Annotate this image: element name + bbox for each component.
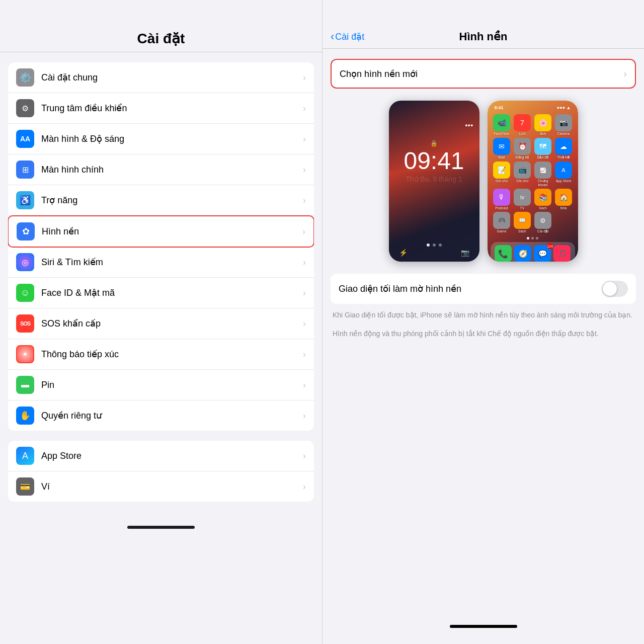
- appletv-icon: tv: [514, 189, 531, 206]
- settings-item-siri[interactable]: ◎ Siri & Tìm kiếm ›: [8, 247, 314, 278]
- item-label-cai-dat-chung: Cài đặt chung: [41, 72, 299, 83]
- control-center-icon: ⚙: [16, 99, 34, 117]
- notes-icon: 📝: [493, 162, 510, 179]
- privacy-icon: ✋: [16, 407, 34, 425]
- settings-item-pin[interactable]: ▬ Pin ›: [8, 370, 314, 400]
- siri-icon: ◎: [16, 253, 34, 271]
- wallpaper-preview-section: ●●● 🔒 09:41 Thứ Ba, 9 tháng 1 ⚡: [331, 101, 636, 262]
- app-cell-books: 📚 Sách: [534, 189, 552, 210]
- settings-item-trung-tam[interactable]: ⚙ Trung tâm điều khiển ›: [8, 93, 314, 124]
- settings-item-quyen-rieng-tu[interactable]: ✋ Quyền riêng tư ›: [8, 400, 314, 431]
- chevron-icon: ›: [302, 226, 305, 237]
- back-label: Cài đặt: [335, 31, 364, 42]
- chevron-icon: ›: [303, 103, 306, 114]
- settings-item-vi[interactable]: 💳 Ví ›: [8, 471, 314, 502]
- toggle-label: Giao diện tối làm mờ hình nền: [339, 283, 602, 294]
- chevron-icon: ›: [303, 257, 306, 268]
- maps-icon: 🗺: [534, 138, 551, 155]
- app-cell-books2: 📖 Sách: [513, 212, 532, 233]
- dark-mode-toggle[interactable]: [602, 281, 628, 297]
- app-cell-facetime: 📹 FaceTime: [493, 114, 511, 136]
- settings-item-hinh-nen[interactable]: ✿ Hình nền ›: [8, 215, 314, 248]
- games-icon: 🎮: [493, 212, 510, 229]
- settings-item-man-hinh-chinh[interactable]: ⊞ Màn hình chính ›: [8, 154, 314, 185]
- settings-group-1: ⚙️ Cài đặt chung › ⚙ Trung tâm điều khiể…: [8, 62, 314, 431]
- app-cell-tv: 📺 Ghi chú: [513, 162, 532, 187]
- app-cell-maps: 🗺 Bản đồ: [534, 138, 552, 159]
- home-icon: 🏠: [555, 189, 572, 206]
- app-cell-calendar: 7 Lịch: [513, 114, 532, 136]
- item-label-app-store: App Store: [41, 451, 299, 461]
- gear-icon: ⚙️: [16, 68, 34, 87]
- chevron-icon: ›: [303, 411, 306, 421]
- wallet-icon: 💳: [16, 477, 34, 496]
- home-time: 9:41: [495, 105, 504, 110]
- lock-screen-lock-icon: 🔒: [430, 140, 438, 147]
- app-cell-weather: ☁ Thời tiết: [554, 138, 573, 159]
- settings-item-tro-nang[interactable]: ♿ Trợ năng ›: [8, 185, 314, 216]
- mail-icon: ✉: [493, 138, 510, 155]
- lock-status-right: ●●●: [465, 123, 473, 128]
- settings-list: ⚙️ Cài đặt chung › ⚙ Trung tâm điều khiể…: [0, 52, 322, 644]
- home-screen-icon: ⊞: [16, 160, 34, 179]
- accessibility-icon: ♿: [16, 191, 34, 209]
- wallpaper-icon: ✿: [17, 222, 35, 240]
- right-content: Chọn hình nền mới › ●●● 🔒 09:41 Thứ Ba, …: [323, 49, 644, 616]
- lock-time: 09:41: [404, 149, 464, 173]
- photos-icon: 🌸: [534, 114, 551, 131]
- app-cell-appletv: tv TV: [513, 189, 532, 210]
- home-indicator-right: [450, 625, 517, 628]
- right-title: Hình nền: [459, 30, 508, 43]
- flashlight-icon: ⚡: [399, 249, 408, 257]
- item-label-man-hinh-chinh: Màn hình chính: [41, 165, 299, 175]
- sos-icon: SOS: [16, 314, 34, 333]
- chevron-icon: ›: [303, 451, 306, 461]
- appstore-icon: A: [555, 162, 572, 179]
- chevron-icon: ›: [303, 481, 306, 492]
- choose-wallpaper-label: Chọn hình nền mới: [340, 68, 418, 79]
- app-cell-camera: 📷 Camera: [554, 114, 573, 136]
- chevron-icon: ›: [623, 68, 627, 79]
- item-label-thong-bao: Thông báo tiếp xúc: [41, 349, 299, 360]
- app-cell-notes: 📝 Ghi chú: [493, 162, 511, 187]
- settings-item-face-id[interactable]: ☺ Face ID & Mật mã ›: [8, 278, 314, 308]
- safari-dock-icon: 🧭: [514, 245, 531, 262]
- dark-mode-toggle-row: Giao diện tối làm mờ hình nền: [331, 274, 636, 304]
- app-cell-clock: ⏰ Đồng hồ: [513, 138, 532, 159]
- dock: 📞 🧭 💬 124 🎵: [491, 242, 575, 262]
- choose-wallpaper-button[interactable]: Chọn hình nền mới ›: [331, 59, 636, 89]
- chevron-icon: ›: [303, 288, 306, 298]
- info-text-2: Hình nền động và thu phóng phối cảnh bị …: [331, 329, 636, 339]
- settings-item-app-store[interactable]: A App Store ›: [8, 441, 314, 471]
- app-cell-stocks: 📈 Chứng khoán: [534, 162, 552, 187]
- app-cell-appstore: A App Store: [554, 162, 573, 187]
- camera-icon: 📷: [555, 114, 572, 131]
- home-screen-preview[interactable]: 9:41 ●●● ▲ 📹 FaceTime 7 Lịch: [488, 101, 578, 262]
- settings-item-cai-dat-chung[interactable]: ⚙️ Cài đặt chung ›: [8, 62, 314, 93]
- chevron-icon: ›: [303, 318, 306, 329]
- facetime-icon: 📹: [493, 114, 510, 131]
- clock-icon: ⏰: [514, 138, 531, 155]
- item-label-hinh-nen: Hình nền: [42, 226, 298, 237]
- settings-item-thong-bao[interactable]: ✦ Thông báo tiếp xúc ›: [8, 339, 314, 370]
- app-cell-empty: [554, 212, 573, 233]
- settings-item-man-hinh[interactable]: AA Màn hình & Độ sáng ›: [8, 124, 314, 154]
- back-button[interactable]: ‹ Cài đặt: [331, 30, 364, 43]
- home-status-bar: 9:41 ●●● ▲: [491, 104, 575, 112]
- app-cell-podcasts: 🎙 Podcast: [493, 189, 511, 210]
- settings-group-2: A App Store › 💳 Ví ›: [8, 441, 314, 502]
- right-header: ‹ Cài đặt Hình nền: [323, 0, 644, 49]
- home-status-icons: ●●● ▲: [557, 105, 571, 110]
- back-chevron-icon: ‹: [331, 30, 334, 43]
- app-cell-home: 🏠 Nhà: [554, 189, 573, 210]
- app-store-icon: A: [16, 447, 34, 465]
- item-label-man-hinh: Màn hình & Độ sáng: [41, 133, 299, 144]
- item-label-quyen-rieng-tu: Quyền riêng tư: [41, 410, 299, 421]
- lock-screen-preview[interactable]: ●●● 🔒 09:41 Thứ Ba, 9 tháng 1 ⚡: [389, 101, 479, 262]
- right-panel: ‹ Cài đặt Hình nền Chọn hình nền mới › ●…: [322, 0, 644, 644]
- item-label-trung-tam: Trung tâm điều khiển: [41, 103, 299, 114]
- info-text-1: Khi Giao diện tối được bật, iPhone sẽ là…: [331, 310, 636, 320]
- stocks-icon: 📈: [534, 162, 551, 179]
- settings-item-sos[interactable]: SOS SOS khẩn cấp ›: [8, 308, 314, 339]
- item-label-sos: SOS khẩn cấp: [41, 318, 299, 329]
